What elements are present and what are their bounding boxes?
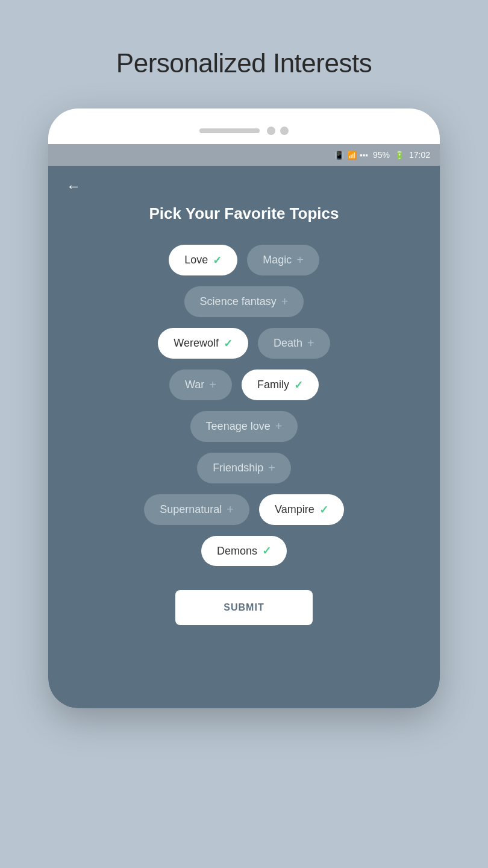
status-bar: 📳 📶 ▪▪▪ 95% 🔋 17:02: [48, 144, 440, 166]
camera-dot-1: [267, 127, 275, 135]
topic-label-war: War: [185, 379, 204, 391]
camera-dot-2: [280, 127, 289, 135]
camera-group: [267, 127, 289, 135]
topics-row-4: War + Family ✓: [169, 370, 319, 400]
topic-label-werewolf: Werewolf: [174, 337, 219, 350]
topic-chip-science-fantasy[interactable]: Science fantasy +: [184, 286, 304, 317]
topic-label-teenage-love: Teenage love: [206, 420, 271, 433]
topic-label-vampire: Vampire: [275, 503, 314, 516]
topics-row-7: Supernatural + Vampire ✓: [144, 494, 343, 525]
battery-icon: 🔋: [395, 151, 404, 160]
topic-chip-supernatural[interactable]: Supernatural +: [144, 494, 249, 525]
topic-label-supernatural: Supernatural: [160, 503, 222, 516]
topic-chip-death[interactable]: Death +: [258, 328, 330, 359]
topic-chip-demons[interactable]: Demons ✓: [201, 536, 287, 566]
screen-title: Pick Your Favorite Topics: [66, 204, 422, 223]
battery-level: 95%: [373, 150, 390, 160]
check-icon-vampire: ✓: [319, 503, 328, 517]
topic-chip-family[interactable]: Family ✓: [242, 370, 319, 400]
plus-icon-science-fantasy: +: [281, 295, 289, 309]
plus-icon-war: +: [209, 378, 216, 392]
topic-label-magic: Magic: [263, 254, 292, 266]
topics-row-3: Werewolf ✓ Death +: [158, 328, 330, 359]
topics-row-8: Demons ✓: [201, 536, 287, 566]
topics-row-6: Friendship +: [197, 453, 291, 483]
topics-row-5: Teenage love +: [190, 411, 298, 442]
check-icon-demons: ✓: [262, 544, 271, 558]
topic-chip-friendship[interactable]: Friendship +: [197, 453, 291, 483]
topic-chip-war[interactable]: War +: [169, 370, 232, 400]
topic-chip-werewolf[interactable]: Werewolf ✓: [158, 328, 248, 359]
topic-label-love: Love: [184, 254, 208, 266]
plus-icon-friendship: +: [268, 461, 275, 475]
status-icons: 📳 📶 ▪▪▪: [334, 151, 368, 160]
topics-container: Love ✓ Magic + Science fantasy + Werewol…: [66, 245, 422, 566]
topic-label-friendship: Friendship: [213, 462, 263, 474]
check-icon-family: ✓: [294, 379, 303, 392]
topic-label-family: Family: [257, 379, 289, 391]
wifi-icon: 📶: [347, 151, 357, 160]
plus-icon-teenage-love: +: [275, 420, 283, 433]
time-display: 17:02: [409, 150, 430, 160]
topics-row-1: Love ✓ Magic +: [169, 245, 319, 275]
plus-icon-death: +: [307, 336, 314, 350]
vibrate-icon: 📳: [334, 151, 344, 160]
topic-chip-magic[interactable]: Magic +: [247, 245, 319, 275]
topic-chip-vampire[interactable]: Vampire ✓: [259, 494, 344, 525]
check-icon-werewolf: ✓: [224, 337, 233, 350]
app-content: ← Pick Your Favorite Topics Love ✓ Magic…: [48, 166, 440, 708]
topic-label-death: Death: [274, 337, 302, 350]
back-button[interactable]: ←: [66, 178, 81, 195]
speaker: [199, 128, 260, 133]
phone-frame: 📳 📶 ▪▪▪ 95% 🔋 17:02 ← Pick Your Favorite…: [48, 108, 440, 708]
topic-label-science-fantasy: Science fantasy: [200, 295, 277, 308]
topics-row-2: Science fantasy +: [184, 286, 304, 317]
submit-row: SUBMIT: [66, 572, 422, 625]
topic-chip-teenage-love[interactable]: Teenage love +: [190, 411, 298, 442]
page-title: Personalized Interests: [116, 48, 372, 78]
signal-icon: ▪▪▪: [360, 151, 368, 160]
plus-icon-supernatural: +: [227, 503, 234, 517]
topic-label-demons: Demons: [217, 545, 257, 558]
plus-icon-magic: +: [296, 253, 304, 267]
phone-top-bar: [48, 121, 440, 144]
submit-button[interactable]: SUBMIT: [175, 590, 312, 625]
check-icon-love: ✓: [213, 254, 222, 267]
topic-chip-love[interactable]: Love ✓: [169, 245, 237, 275]
